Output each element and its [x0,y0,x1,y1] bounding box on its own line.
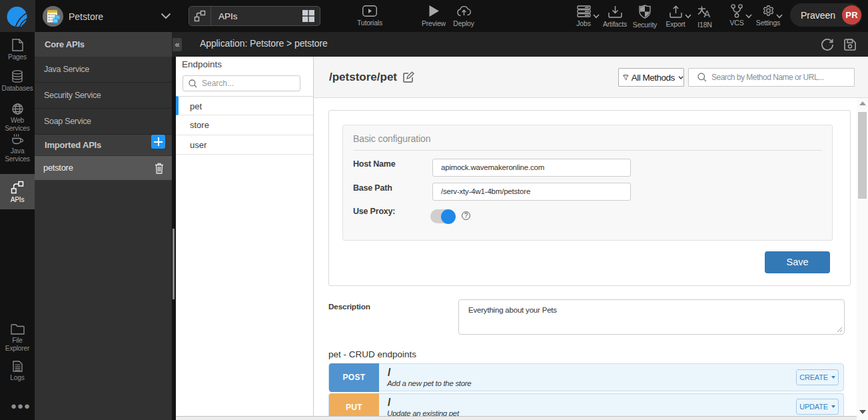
svg-text:A: A [704,9,711,19]
